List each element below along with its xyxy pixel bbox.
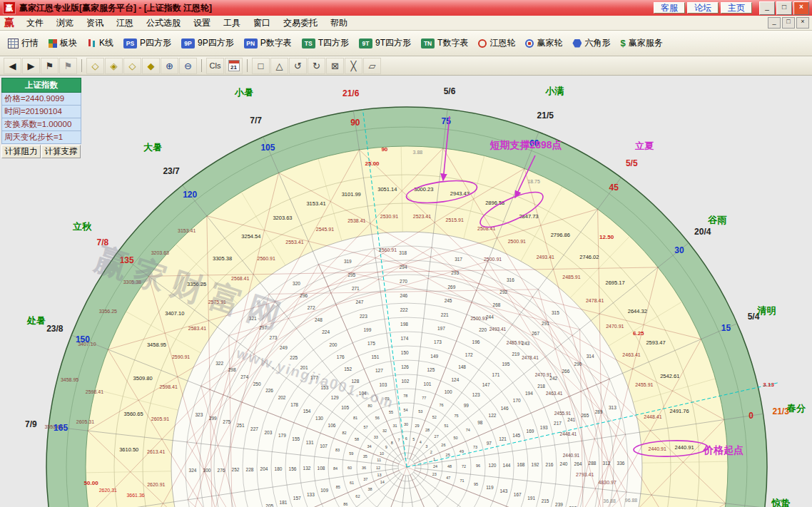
svg-text:2605.31: 2605.31 <box>76 419 94 424</box>
svg-text:2515.91: 2515.91 <box>446 217 464 222</box>
svg-text:98: 98 <box>477 420 483 425</box>
svg-text:107: 107 <box>320 444 328 449</box>
menu-settings[interactable]: 设置 <box>187 16 217 30</box>
toolbar-sectors[interactable]: 板块 <box>44 34 82 52</box>
diamond-3-icon[interactable]: ◇ <box>123 58 141 74</box>
menu-window[interactable]: 窗口 <box>247 16 277 30</box>
minimize-button[interactable]: _ <box>759 1 775 15</box>
toolbar-gann-wheel[interactable]: 江恩轮 <box>473 34 520 52</box>
prev-icon[interactable]: ◀ <box>4 58 21 74</box>
svg-text:125: 125 <box>427 367 435 372</box>
toolbar-hexagon[interactable]: 六角形 <box>567 34 615 52</box>
toolbar-p-table[interactable]: PNP数字表 <box>239 34 297 52</box>
svg-text:36: 36 <box>362 466 366 470</box>
rotate-cw-icon[interactable]: ↻ <box>308 58 325 74</box>
menu-view[interactable]: 浏览 <box>50 16 80 30</box>
square-tool-icon[interactable]: □ <box>252 58 270 74</box>
ring-red-icon <box>478 39 487 48</box>
panel-field[interactable]: 时间=20190104 <box>1 106 81 118</box>
box-x-tool-icon[interactable]: ⊠ <box>326 58 344 74</box>
svg-text:105: 105 <box>260 143 275 153</box>
calendar-21-icon[interactable]: 21 <box>225 58 243 74</box>
svg-text:72: 72 <box>462 464 466 468</box>
toolbar-p-square[interactable]: PSP四方形 <box>118 34 176 52</box>
zoom-out-icon[interactable]: ⊖ <box>179 58 197 74</box>
toolbar-kline[interactable]: K线 <box>82 34 118 52</box>
toolbar-t-table[interactable]: TNT数字表 <box>416 34 473 52</box>
svg-text:1: 1 <box>433 457 435 461</box>
menu-trading[interactable]: 交易委托 <box>277 16 324 30</box>
home-button[interactable]: 主页 <box>721 2 752 14</box>
calc-resistance-button[interactable]: 计算阻力 <box>1 145 41 158</box>
drawing-toolbar: ◀▶⚑⚑◇◈◇◆⊕⊖Cls21□△↺↻⊠╳▱ <box>0 56 812 76</box>
svg-text:312: 312 <box>603 461 611 466</box>
forum-button[interactable]: 论坛 <box>687 2 719 14</box>
support-button[interactable]: 客服 <box>654 2 685 14</box>
diamond-1-icon[interactable]: ◇ <box>86 58 104 74</box>
svg-text:29: 29 <box>415 424 419 428</box>
toolbar-label-9p-square: 9P四方形 <box>198 37 234 49</box>
svg-text:0: 0 <box>748 411 753 421</box>
close-button[interactable]: × <box>793 1 809 15</box>
flag-outline-icon[interactable]: ⚑ <box>59 58 77 74</box>
polygon-tool-icon[interactable]: ▱ <box>363 58 381 74</box>
next-icon[interactable]: ▶ <box>22 58 40 74</box>
maximize-button[interactable]: □ <box>776 1 792 15</box>
panel-field[interactable]: 价格=2440.9099 <box>1 93 81 106</box>
rotate-ccw-icon[interactable]: ↺ <box>289 58 307 74</box>
gann-wheel-chart[interactable]: 2324123456789101112131447482526272829303… <box>0 76 812 507</box>
svg-text:2485.91: 2485.91 <box>507 340 524 345</box>
svg-text:处暑: 处暑 <box>26 315 46 326</box>
calc-support-button[interactable]: 计算支撑 <box>41 145 81 158</box>
cls-icon[interactable]: Cls <box>206 58 224 74</box>
svg-text:34: 34 <box>367 444 371 449</box>
svg-text:37: 37 <box>363 477 367 481</box>
svg-text:2560.91: 2560.91 <box>258 256 275 261</box>
mdi-minimize-button[interactable]: _ <box>768 17 781 29</box>
panel-field[interactable]: 变换系数=1.00000 <box>1 118 81 131</box>
svg-text:2644.32: 2644.32 <box>628 308 647 314</box>
badge-icon: TS <box>302 39 315 48</box>
svg-text:273: 273 <box>270 335 278 340</box>
svg-text:4830.97: 4830.97 <box>598 480 616 485</box>
window-title: 赢家江恩专业版[赢家服务平台] - [上证指数 江恩轮] <box>19 2 212 14</box>
menu-stock-picker[interactable]: 公式选股 <box>140 16 187 30</box>
badge-icon: PS <box>123 39 137 48</box>
svg-text:2695.17: 2695.17 <box>606 280 625 286</box>
toolbar-label-hexagon: 六角形 <box>584 37 610 49</box>
flag-solid-icon[interactable]: ⚑ <box>41 58 59 74</box>
ring-blue-icon <box>525 39 534 48</box>
toolbar-quotes[interactable]: 行情 <box>3 34 44 52</box>
mdi-close-button[interactable]: × <box>796 17 809 29</box>
menu-gann[interactable]: 江恩 <box>110 16 140 30</box>
svg-text:2530.91: 2530.91 <box>380 214 398 219</box>
cross-tool-icon[interactable]: ╳ <box>345 58 362 74</box>
menu-tools[interactable]: 工具 <box>217 16 247 30</box>
svg-text:120: 120 <box>183 190 197 200</box>
toolbar-t-square[interactable]: TST四方形 <box>297 34 354 52</box>
menu-news[interactable]: 资讯 <box>80 16 110 30</box>
diamond-2-icon[interactable]: ◈ <box>105 58 123 74</box>
svg-text:价格起点: 价格起点 <box>703 444 744 456</box>
panel-field[interactable]: 周天变化步长=1 <box>1 131 81 144</box>
toolbar-winner-service[interactable]: 赢家服务 <box>615 34 667 52</box>
svg-text:2568.41: 2568.41 <box>231 276 249 281</box>
svg-text:219: 219 <box>512 352 519 357</box>
svg-text:122: 122 <box>489 413 497 418</box>
svg-text:180: 180 <box>275 466 283 471</box>
svg-text:惊蛰: 惊蛰 <box>771 498 791 507</box>
svg-text:226: 226 <box>265 388 273 393</box>
zoom-in-icon[interactable]: ⊕ <box>161 58 178 74</box>
toolbar-9t-square[interactable]: 9T9T四方形 <box>354 34 416 52</box>
menu-help[interactable]: 帮助 <box>324 16 354 30</box>
svg-text:171: 171 <box>492 372 500 377</box>
diamond-4-icon[interactable]: ◆ <box>142 58 160 74</box>
svg-text:105: 105 <box>341 405 349 410</box>
triangle-tool-icon[interactable]: △ <box>270 58 288 74</box>
svg-text:3356.25: 3356.25 <box>99 309 117 314</box>
menu-file[interactable]: 文件 <box>20 16 50 30</box>
toolbar-winner-wheel[interactable]: 赢家轮 <box>520 34 567 52</box>
mdi-restore-button[interactable]: □ <box>782 17 795 29</box>
toolbar-9p-square[interactable]: 9P9P四方形 <box>176 34 239 52</box>
svg-text:3610.50: 3610.50 <box>119 446 138 453</box>
